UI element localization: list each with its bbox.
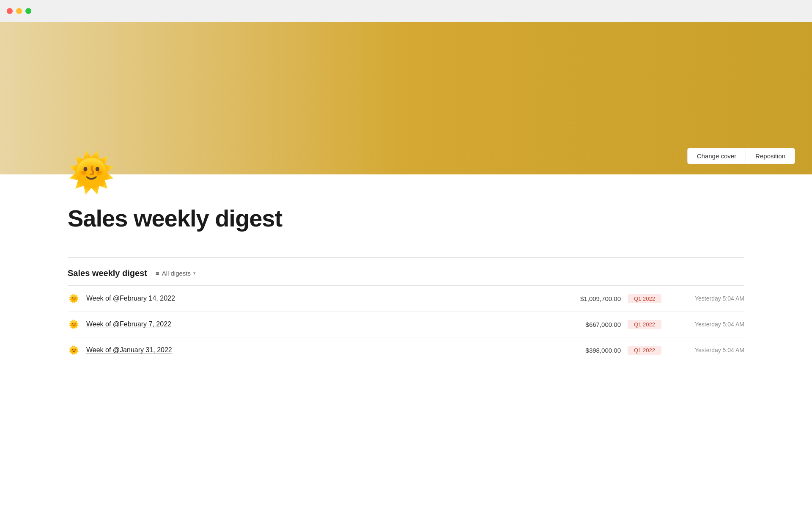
title-bar — [0, 0, 812, 22]
database-view-button[interactable]: ≡ All digests ▾ — [152, 268, 199, 279]
row-date: Yesterday 5:04 AM — [668, 295, 744, 302]
table-row[interactable]: 🌞 Week of @February 7, 2022 $667,000.00 … — [68, 312, 744, 337]
page-content: Sales weekly digest Sales weekly digest … — [0, 205, 812, 363]
minimize-button[interactable] — [16, 8, 22, 14]
table-rows: 🌞 Week of @February 14, 2022 $1,009,700.… — [68, 286, 744, 363]
table-row[interactable]: 🌞 Week of @January 31, 2022 $398,000.00 … — [68, 337, 744, 363]
close-button[interactable] — [7, 8, 13, 14]
view-label: All digests — [162, 270, 191, 277]
row-tag: Q1 2022 — [628, 320, 661, 329]
page-icon-area: 🌞 — [0, 153, 812, 191]
database-header: Sales weekly digest ≡ All digests ▾ — [68, 258, 744, 282]
row-tag: Q1 2022 — [628, 294, 661, 303]
row-title[interactable]: Week of @January 31, 2022 — [86, 346, 546, 354]
chevron-down-icon: ▾ — [193, 271, 196, 276]
row-icon: 🌞 — [68, 319, 80, 329]
row-date: Yesterday 5:04 AM — [668, 321, 744, 328]
view-icon: ≡ — [156, 270, 159, 277]
row-icon: 🌞 — [68, 345, 80, 355]
row-amount: $398,000.00 — [553, 347, 621, 354]
table-row[interactable]: 🌞 Week of @February 14, 2022 $1,009,700.… — [68, 286, 744, 312]
page-icon[interactable]: 🌞 — [68, 153, 744, 191]
row-date: Yesterday 5:04 AM — [668, 347, 744, 353]
row-amount: $1,009,700.00 — [553, 295, 621, 302]
page-title: Sales weekly digest — [68, 205, 744, 232]
row-title[interactable]: Week of @February 14, 2022 — [86, 295, 546, 302]
database-title: Sales weekly digest — [68, 268, 147, 278]
row-title[interactable]: Week of @February 7, 2022 — [86, 320, 546, 328]
row-tag: Q1 2022 — [628, 346, 661, 355]
row-amount: $667,000.00 — [553, 321, 621, 328]
cover-image: Change cover Reposition — [0, 22, 812, 174]
row-icon: 🌞 — [68, 293, 80, 304]
maximize-button[interactable] — [25, 8, 31, 14]
database-section: Sales weekly digest ≡ All digests ▾ 🌞 We… — [68, 257, 744, 363]
